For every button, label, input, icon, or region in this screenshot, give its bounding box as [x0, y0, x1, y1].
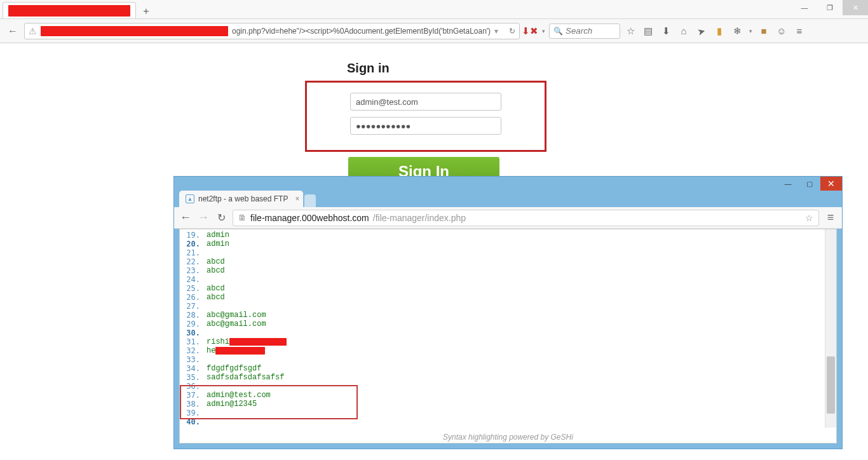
- line-content: fdgdfgdfsgdf: [203, 364, 261, 373]
- line-number: 23.: [180, 266, 203, 275]
- book-icon[interactable]: ▮: [712, 24, 727, 39]
- close-tab-icon[interactable]: ×: [295, 194, 299, 203]
- line-content: admin@test.com: [203, 391, 271, 400]
- extension-square-icon[interactable]: ■: [756, 24, 771, 39]
- redacted-text: [229, 338, 287, 346]
- code-line: 32.he: [180, 346, 825, 355]
- syntax-footer: Syntax highlighting powered by GeSHi: [180, 433, 836, 442]
- line-number: 34.: [180, 364, 203, 373]
- line-number: 22.: [180, 257, 203, 266]
- line-number: 40.: [180, 417, 203, 426]
- code-line: 39.: [180, 409, 825, 417]
- maximize-button[interactable]: ❐: [817, 0, 843, 15]
- line-number: 30.: [180, 328, 203, 337]
- dropdown-arrow-icon[interactable]: ▾: [540, 28, 546, 34]
- url-path: /file-manager/index.php: [373, 213, 466, 223]
- chrome-window: — ▢ ✕ ▲ net2ftp - a web based FTP × ← → …: [173, 176, 843, 449]
- url-visible-text: ogin.php?vid=hehe"/><script>%0Adocument.…: [232, 27, 491, 36]
- new-tab-ghost[interactable]: [304, 194, 316, 207]
- line-number: 25.: [180, 284, 203, 293]
- code-line: 37.admin@test.com: [180, 391, 825, 400]
- back-button[interactable]: ←: [4, 22, 22, 40]
- download-blocked-icon[interactable]: ⬇✖: [522, 24, 538, 39]
- bookmark-star-icon[interactable]: ☆: [623, 24, 638, 39]
- signin-title: Sign in: [347, 61, 546, 76]
- chrome-url-bar[interactable]: 🗎 file-manager.000webhost.com/file-manag…: [233, 210, 819, 226]
- line-number: 19.: [180, 231, 203, 240]
- favicon-icon: ▲: [186, 194, 194, 203]
- code-line: 28.abc@gmail.com: [180, 311, 825, 320]
- line-content: he: [203, 346, 265, 355]
- line-content: abcd: [203, 284, 225, 293]
- new-tab-button[interactable]: +: [139, 4, 154, 18]
- code-line: 33.: [180, 355, 825, 364]
- addon-icon[interactable]: ❄: [729, 24, 745, 39]
- code-line: 40.: [180, 417, 825, 426]
- reload-icon[interactable]: ↻: [215, 212, 227, 224]
- chrome-tab-active[interactable]: ▲ net2ftp - a web based FTP ×: [179, 191, 303, 207]
- security-warning-icon: ⚠: [29, 26, 37, 36]
- maximize-button[interactable]: ▢: [799, 177, 820, 191]
- minimize-button[interactable]: —: [777, 177, 799, 191]
- code-line: 21.: [180, 248, 825, 257]
- line-number: 27.: [180, 302, 203, 311]
- back-button[interactable]: ←: [179, 211, 192, 224]
- home-icon[interactable]: ⌂: [676, 24, 691, 39]
- bookmark-star-icon[interactable]: ☆: [805, 213, 813, 223]
- chrome-window-controls: — ▢ ✕: [777, 177, 842, 192]
- firefox-url-bar[interactable]: ⚠ ogin.php?vid=hehe"/><script>%0Adocumen…: [24, 23, 520, 39]
- forward-button[interactable]: →: [197, 211, 210, 224]
- downloads-icon[interactable]: ⬇: [658, 24, 674, 39]
- password-field[interactable]: [350, 117, 501, 135]
- search-input[interactable]: [566, 26, 616, 36]
- signin-form: Sign in Sign In: [305, 61, 546, 186]
- redacted-text: [215, 347, 265, 355]
- email-field[interactable]: [350, 93, 501, 111]
- close-window-button[interactable]: ✕: [820, 177, 842, 191]
- dropdown-icon[interactable]: ▾: [494, 27, 498, 36]
- code-line: 26.abcd: [180, 293, 825, 302]
- code-line: 27.: [180, 302, 825, 311]
- code-line: 24.: [180, 275, 825, 284]
- line-number: 24.: [180, 275, 203, 284]
- line-number: 37.: [180, 391, 203, 400]
- vertical-scrollbar[interactable]: [825, 229, 836, 428]
- code-area: 19.admin20.admin21.22.abcd23.abcd24.25.a…: [180, 229, 825, 428]
- line-number: 28.: [180, 311, 203, 320]
- chrome-tab-title: net2ftp - a web based FTP: [198, 194, 288, 203]
- line-number: 31.: [180, 337, 203, 346]
- dropdown-arrow-icon[interactable]: ▾: [747, 28, 754, 34]
- line-number: 33.: [180, 355, 203, 364]
- send-icon[interactable]: ➤: [692, 22, 710, 40]
- line-content: abcd: [203, 257, 225, 266]
- search-icon: 🔍: [553, 27, 563, 36]
- chat-icon[interactable]: ☺: [774, 24, 789, 39]
- scrollbar-thumb[interactable]: [827, 356, 835, 414]
- firefox-search-box[interactable]: 🔍: [549, 24, 620, 39]
- line-content: abc@gmail.com: [203, 320, 266, 328]
- close-window-button[interactable]: ✕: [843, 0, 868, 15]
- code-line: 20.admin: [180, 240, 825, 248]
- reload-icon[interactable]: ↻: [509, 27, 515, 36]
- line-content: abc@gmail.com: [203, 311, 266, 320]
- code-line: 35.sadfsdafsdafsafsf: [180, 373, 825, 382]
- code-line: 36.: [180, 382, 825, 391]
- line-number: 21.: [180, 248, 203, 257]
- firefox-tab-active[interactable]: [3, 2, 136, 18]
- hamburger-menu-icon[interactable]: ≡: [792, 24, 807, 39]
- chrome-tab-strip: ▲ net2ftp - a web based FTP ×: [174, 189, 842, 207]
- hamburger-menu-icon[interactable]: ≡: [824, 211, 837, 224]
- chrome-toolbar: ← → ↻ 🗎 file-manager.000webhost.com/file…: [174, 207, 842, 229]
- code-line: 34.fdgdfgdfsgdf: [180, 364, 825, 373]
- line-number: 36.: [180, 382, 203, 391]
- line-number: 38.: [180, 400, 203, 409]
- line-content: abcd: [203, 266, 225, 275]
- line-number: 20.: [180, 240, 203, 248]
- code-line: 22.abcd: [180, 257, 825, 266]
- code-line: 30.: [180, 328, 825, 337]
- minimize-button[interactable]: —: [792, 0, 817, 15]
- line-number: 29.: [180, 320, 203, 328]
- reader-view-icon[interactable]: ▤: [641, 24, 656, 39]
- line-number: 39.: [180, 409, 203, 417]
- code-line: 29.abc@gmail.com: [180, 320, 825, 328]
